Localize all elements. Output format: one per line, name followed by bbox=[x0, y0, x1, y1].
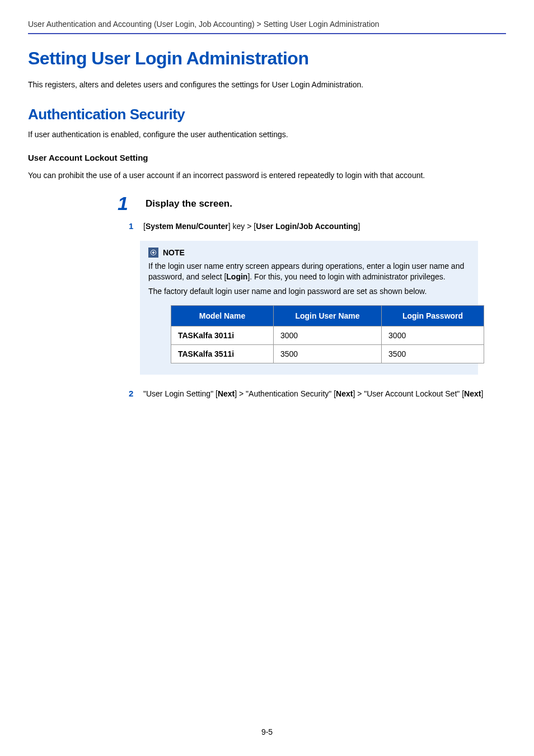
next-1: Next bbox=[218, 389, 235, 398]
note-paragraph-2: The factory default login user name and … bbox=[148, 286, 470, 297]
auth-intro-text: If user authentication is enabled, confi… bbox=[28, 130, 506, 139]
key-system-menu: System Menu/Counter bbox=[146, 222, 228, 231]
header-rule bbox=[28, 33, 506, 34]
note-text-b: ]. For this, you need to login with admi… bbox=[247, 272, 445, 281]
substep-2: 2 "User Login Setting" [Next] > "Authent… bbox=[129, 389, 506, 400]
cell-pass: 3500 bbox=[382, 345, 484, 363]
note-paragraph-1: If the login user name entry screen appe… bbox=[148, 261, 470, 283]
table-row: TASKalfa 3011i 3000 3000 bbox=[171, 326, 484, 345]
page-title-h1: Setting User Login Administration bbox=[28, 48, 506, 69]
th-login-user: Login User Name bbox=[273, 306, 381, 326]
bracket-close: ] bbox=[358, 222, 360, 231]
substep-1: 1 [System Menu/Counter] key > [User Logi… bbox=[129, 221, 506, 232]
cell-pass: 3000 bbox=[382, 326, 484, 345]
lockout-intro-text: You can prohibit the use of a user accou… bbox=[28, 171, 506, 180]
login-bold: Login bbox=[226, 272, 247, 281]
next-2: Next bbox=[336, 389, 353, 398]
section-heading-auth-security: Authentication Security bbox=[28, 106, 506, 123]
note-icon bbox=[148, 248, 158, 258]
cell-user: 3000 bbox=[273, 326, 381, 345]
substep-number: 2 bbox=[129, 389, 140, 398]
cell-user: 3500 bbox=[273, 345, 381, 363]
step-title: Display the screen. bbox=[146, 194, 232, 209]
table-row: TASKalfa 3511i 3500 3500 bbox=[171, 345, 484, 363]
sub2-c: ] > "User Account Lockout Set" [ bbox=[353, 389, 464, 398]
table-header-row: Model Name Login User Name Login Passwor… bbox=[171, 306, 484, 326]
breadcrumb: User Authentication and Accounting (User… bbox=[28, 20, 506, 29]
substep-text: [System Menu/Counter] key > [User Login/… bbox=[143, 221, 360, 232]
page-number: 9-5 bbox=[0, 727, 534, 736]
substep-number: 1 bbox=[129, 221, 140, 231]
cell-model: TASKalfa 3511i bbox=[171, 345, 274, 363]
sub2-d: ] bbox=[481, 389, 483, 398]
note-header: NOTE bbox=[148, 248, 470, 258]
cell-model: TASKalfa 3011i bbox=[171, 326, 274, 345]
note-label: NOTE bbox=[163, 248, 185, 257]
step-number: 1 bbox=[118, 194, 134, 213]
key-user-login: User Login/Job Accounting bbox=[256, 222, 358, 231]
note-box: NOTE If the login user name entry screen… bbox=[140, 241, 478, 375]
next-3: Next bbox=[464, 389, 481, 398]
substep-text: "User Login Setting" [Next] > "Authentic… bbox=[143, 389, 483, 400]
subsection-lockout-setting: User Account Lockout Setting bbox=[28, 153, 506, 162]
step-1: 1 Display the screen. bbox=[118, 194, 506, 213]
separator-text: ] key > [ bbox=[228, 222, 256, 231]
credentials-table: Model Name Login User Name Login Passwor… bbox=[171, 305, 484, 363]
intro-text: This registers, alters and deletes users… bbox=[28, 80, 506, 89]
th-model-name: Model Name bbox=[171, 306, 274, 326]
th-login-pass: Login Password bbox=[382, 306, 484, 326]
sub2-b: ] > "Authentication Security" [ bbox=[235, 389, 336, 398]
sub2-a: "User Login Setting" [ bbox=[143, 389, 218, 398]
